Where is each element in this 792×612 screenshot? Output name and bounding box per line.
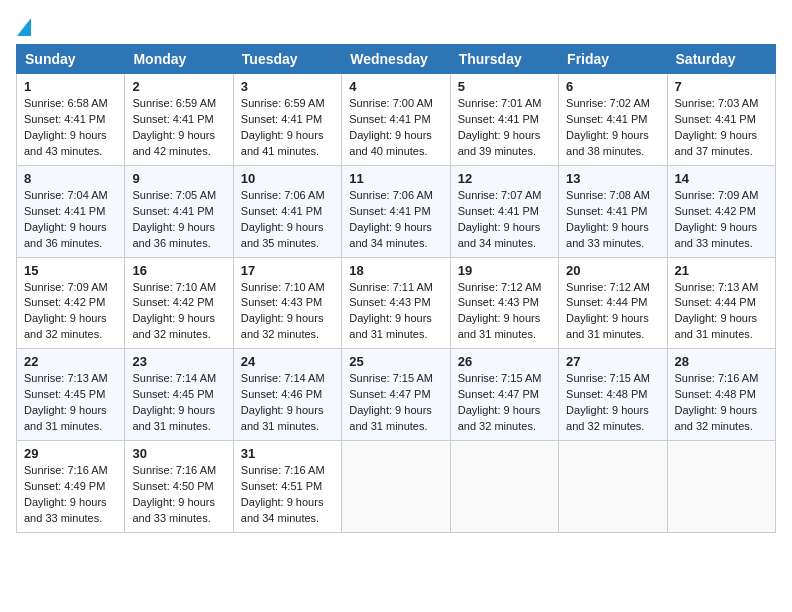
sunrise-label: Sunrise: 7:08 AM (566, 189, 650, 201)
daylight-label: Daylight: 9 hours and 34 minutes. (349, 221, 432, 249)
calendar-cell: 24 Sunrise: 7:14 AM Sunset: 4:46 PM Dayl… (233, 349, 341, 441)
sunset-label: Sunset: 4:45 PM (132, 388, 213, 400)
sunset-label: Sunset: 4:48 PM (566, 388, 647, 400)
sunset-label: Sunset: 4:41 PM (675, 113, 756, 125)
cell-content: Sunrise: 7:15 AM Sunset: 4:47 PM Dayligh… (458, 371, 551, 435)
sunrise-label: Sunrise: 7:16 AM (241, 464, 325, 476)
cell-content: Sunrise: 7:01 AM Sunset: 4:41 PM Dayligh… (458, 96, 551, 160)
day-number: 18 (349, 263, 442, 278)
calendar-cell: 19 Sunrise: 7:12 AM Sunset: 4:43 PM Dayl… (450, 257, 558, 349)
daylight-label: Daylight: 9 hours and 31 minutes. (566, 312, 649, 340)
daylight-label: Daylight: 9 hours and 32 minutes. (566, 404, 649, 432)
sunrise-label: Sunrise: 7:15 AM (349, 372, 433, 384)
calendar-cell: 29 Sunrise: 7:16 AM Sunset: 4:49 PM Dayl… (17, 441, 125, 533)
day-number: 28 (675, 354, 768, 369)
daylight-label: Daylight: 9 hours and 32 minutes. (24, 312, 107, 340)
week-row-3: 15 Sunrise: 7:09 AM Sunset: 4:42 PM Dayl… (17, 257, 776, 349)
daylight-label: Daylight: 9 hours and 31 minutes. (241, 404, 324, 432)
day-number: 2 (132, 79, 225, 94)
day-number: 3 (241, 79, 334, 94)
cell-content: Sunrise: 7:05 AM Sunset: 4:41 PM Dayligh… (132, 188, 225, 252)
sunset-label: Sunset: 4:42 PM (24, 296, 105, 308)
calendar-cell: 17 Sunrise: 7:10 AM Sunset: 4:43 PM Dayl… (233, 257, 341, 349)
day-number: 30 (132, 446, 225, 461)
cell-content: Sunrise: 7:14 AM Sunset: 4:45 PM Dayligh… (132, 371, 225, 435)
daylight-label: Daylight: 9 hours and 37 minutes. (675, 129, 758, 157)
calendar-cell: 11 Sunrise: 7:06 AM Sunset: 4:41 PM Dayl… (342, 165, 450, 257)
sunset-label: Sunset: 4:48 PM (675, 388, 756, 400)
sunrise-label: Sunrise: 7:16 AM (24, 464, 108, 476)
sunset-label: Sunset: 4:43 PM (349, 296, 430, 308)
day-number: 8 (24, 171, 117, 186)
week-row-4: 22 Sunrise: 7:13 AM Sunset: 4:45 PM Dayl… (17, 349, 776, 441)
daylight-label: Daylight: 9 hours and 43 minutes. (24, 129, 107, 157)
sunrise-label: Sunrise: 7:13 AM (24, 372, 108, 384)
calendar-cell: 5 Sunrise: 7:01 AM Sunset: 4:41 PM Dayli… (450, 74, 558, 166)
sunrise-label: Sunrise: 7:06 AM (241, 189, 325, 201)
cell-content: Sunrise: 7:09 AM Sunset: 4:42 PM Dayligh… (24, 280, 117, 344)
daylight-label: Daylight: 9 hours and 31 minutes. (24, 404, 107, 432)
calendar-cell: 20 Sunrise: 7:12 AM Sunset: 4:44 PM Dayl… (559, 257, 667, 349)
sunrise-label: Sunrise: 7:15 AM (566, 372, 650, 384)
sunrise-label: Sunrise: 6:58 AM (24, 97, 108, 109)
sunset-label: Sunset: 4:41 PM (458, 113, 539, 125)
calendar-cell: 23 Sunrise: 7:14 AM Sunset: 4:45 PM Dayl… (125, 349, 233, 441)
day-number: 17 (241, 263, 334, 278)
calendar-cell: 30 Sunrise: 7:16 AM Sunset: 4:50 PM Dayl… (125, 441, 233, 533)
sunrise-label: Sunrise: 7:11 AM (349, 281, 433, 293)
cell-content: Sunrise: 6:59 AM Sunset: 4:41 PM Dayligh… (241, 96, 334, 160)
cell-content: Sunrise: 7:11 AM Sunset: 4:43 PM Dayligh… (349, 280, 442, 344)
cell-content: Sunrise: 7:15 AM Sunset: 4:47 PM Dayligh… (349, 371, 442, 435)
sunset-label: Sunset: 4:43 PM (458, 296, 539, 308)
page-header (16, 16, 776, 36)
day-number: 4 (349, 79, 442, 94)
daylight-label: Daylight: 9 hours and 31 minutes. (675, 312, 758, 340)
day-number: 26 (458, 354, 551, 369)
calendar-cell: 25 Sunrise: 7:15 AM Sunset: 4:47 PM Dayl… (342, 349, 450, 441)
day-number: 13 (566, 171, 659, 186)
day-number: 23 (132, 354, 225, 369)
calendar-cell: 12 Sunrise: 7:07 AM Sunset: 4:41 PM Dayl… (450, 165, 558, 257)
daylight-label: Daylight: 9 hours and 31 minutes. (349, 312, 432, 340)
daylight-label: Daylight: 9 hours and 34 minutes. (241, 496, 324, 524)
calendar-cell: 6 Sunrise: 7:02 AM Sunset: 4:41 PM Dayli… (559, 74, 667, 166)
day-number: 7 (675, 79, 768, 94)
sunset-label: Sunset: 4:42 PM (132, 296, 213, 308)
calendar-cell: 4 Sunrise: 7:00 AM Sunset: 4:41 PM Dayli… (342, 74, 450, 166)
cell-content: Sunrise: 7:08 AM Sunset: 4:41 PM Dayligh… (566, 188, 659, 252)
sunrise-label: Sunrise: 7:03 AM (675, 97, 759, 109)
cell-content: Sunrise: 7:13 AM Sunset: 4:45 PM Dayligh… (24, 371, 117, 435)
calendar-cell (342, 441, 450, 533)
day-number: 27 (566, 354, 659, 369)
daylight-label: Daylight: 9 hours and 33 minutes. (675, 221, 758, 249)
cell-content: Sunrise: 7:04 AM Sunset: 4:41 PM Dayligh… (24, 188, 117, 252)
sunrise-label: Sunrise: 7:10 AM (241, 281, 325, 293)
day-number: 21 (675, 263, 768, 278)
daylight-label: Daylight: 9 hours and 33 minutes. (566, 221, 649, 249)
sunrise-label: Sunrise: 7:04 AM (24, 189, 108, 201)
daylight-label: Daylight: 9 hours and 33 minutes. (24, 496, 107, 524)
daylight-label: Daylight: 9 hours and 32 minutes. (675, 404, 758, 432)
daylight-label: Daylight: 9 hours and 31 minutes. (132, 404, 215, 432)
sunrise-label: Sunrise: 7:02 AM (566, 97, 650, 109)
sunset-label: Sunset: 4:50 PM (132, 480, 213, 492)
sunrise-label: Sunrise: 6:59 AM (132, 97, 216, 109)
daylight-label: Daylight: 9 hours and 42 minutes. (132, 129, 215, 157)
day-number: 24 (241, 354, 334, 369)
day-number: 5 (458, 79, 551, 94)
sunset-label: Sunset: 4:41 PM (566, 113, 647, 125)
week-row-1: 1 Sunrise: 6:58 AM Sunset: 4:41 PM Dayli… (17, 74, 776, 166)
calendar-cell: 13 Sunrise: 7:08 AM Sunset: 4:41 PM Dayl… (559, 165, 667, 257)
cell-content: Sunrise: 7:16 AM Sunset: 4:49 PM Dayligh… (24, 463, 117, 527)
calendar-cell: 31 Sunrise: 7:16 AM Sunset: 4:51 PM Dayl… (233, 441, 341, 533)
sunset-label: Sunset: 4:41 PM (241, 205, 322, 217)
daylight-label: Daylight: 9 hours and 31 minutes. (349, 404, 432, 432)
cell-content: Sunrise: 7:16 AM Sunset: 4:50 PM Dayligh… (132, 463, 225, 527)
cell-content: Sunrise: 7:09 AM Sunset: 4:42 PM Dayligh… (675, 188, 768, 252)
calendar-cell: 26 Sunrise: 7:15 AM Sunset: 4:47 PM Dayl… (450, 349, 558, 441)
sunset-label: Sunset: 4:41 PM (24, 113, 105, 125)
sunrise-label: Sunrise: 7:12 AM (458, 281, 542, 293)
daylight-label: Daylight: 9 hours and 36 minutes. (24, 221, 107, 249)
svg-marker-0 (17, 18, 31, 36)
cell-content: Sunrise: 7:13 AM Sunset: 4:44 PM Dayligh… (675, 280, 768, 344)
